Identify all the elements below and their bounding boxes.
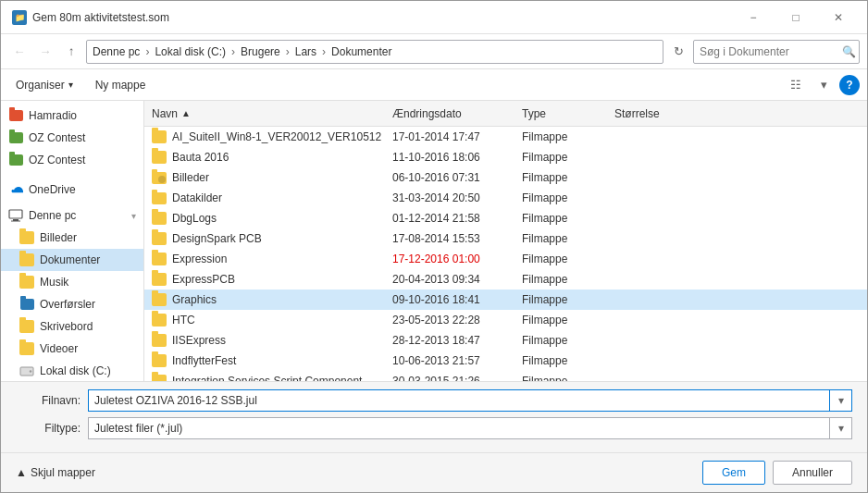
folder-icon xyxy=(152,232,167,245)
sidebar-item-videoer[interactable]: Videoer xyxy=(1,338,143,360)
app-icon: 📁 xyxy=(12,10,27,25)
table-row[interactable]: DbgLogs 01-12-2014 21:58 Filmappe xyxy=(144,208,867,228)
folder-icon xyxy=(152,212,167,225)
close-button[interactable]: ✕ xyxy=(817,4,860,31)
table-row[interactable]: AI_SuiteII_Win8-1_VER20012_VER10512 17-0… xyxy=(144,127,867,147)
table-row[interactable]: IndflytterFest 10-06-2013 21:57 Filmappe xyxy=(144,351,867,371)
file-header: Navn ▲ Ændringsdato Type Størrelse xyxy=(144,101,867,127)
table-row[interactable]: Bauta 2016 11-10-2016 18:06 Filmappe xyxy=(144,147,867,167)
table-row-integration-component[interactable]: Integration Services Script Component 30… xyxy=(144,371,867,381)
sidebar-label-musik: Musik xyxy=(40,276,136,289)
breadcrumb-dokumenter[interactable]: Dokumenter xyxy=(331,45,391,58)
sidebar-item-musik[interactable]: Musik xyxy=(1,271,143,293)
sidebar-label-ozcontest1: OZ Contest xyxy=(29,131,136,144)
cancel-button[interactable]: Annuller xyxy=(773,461,852,485)
maximize-button[interactable]: □ xyxy=(775,4,817,31)
sidebar-label-dennepc: Denne pc xyxy=(29,209,126,222)
svg-rect-0 xyxy=(9,210,22,218)
filename-input-wrap: ▾ xyxy=(88,389,852,412)
sidebar-item-dokumenter[interactable]: Dokumenter xyxy=(1,249,143,271)
refresh-button[interactable]: ↻ xyxy=(667,41,689,63)
filetype-label: Filtype: xyxy=(16,422,81,435)
hide-folders-label: Skjul mapper xyxy=(31,466,95,479)
folder-icon xyxy=(152,130,167,143)
new-folder-label: Ny mappe xyxy=(95,79,146,92)
breadcrumb-sep3: › xyxy=(286,45,290,58)
minimize-button[interactable]: − xyxy=(732,4,775,31)
breadcrumb-brugere[interactable]: Brugere xyxy=(241,45,280,58)
breadcrumb-sep1: › xyxy=(145,45,149,58)
col-header-name[interactable]: Navn ▲ xyxy=(152,107,392,120)
nav-bar: ← → ↑ Denne pc › Lokal disk (C:) › Bruge… xyxy=(1,34,867,69)
sidebar-item-onedrive[interactable]: OneDrive xyxy=(1,179,143,201)
filename-input[interactable] xyxy=(88,389,830,412)
sidebar-item-ozcontest2[interactable]: OZ Contest xyxy=(1,149,143,171)
filename-dropdown-arrow[interactable]: ▾ xyxy=(830,389,852,412)
address-bar[interactable]: Denne pc › Lokal disk (C:) › Brugere › L… xyxy=(86,40,663,64)
save-button[interactable]: Gem xyxy=(702,461,765,485)
col-header-date[interactable]: Ændringsdato xyxy=(392,107,522,120)
col-header-size[interactable]: Størrelse xyxy=(614,107,860,120)
sidebar-label-hamradio: Hamradio xyxy=(29,109,136,122)
hide-folders-button[interactable]: ▲ Skjul mapper xyxy=(16,466,95,479)
sidebar-item-ozcontest1[interactable]: OZ Contest xyxy=(1,127,143,149)
table-row[interactable]: HTC 23-05-2013 22:28 Filmappe xyxy=(144,310,867,330)
table-row[interactable]: Expression 17-12-2016 01:00 Filmappe xyxy=(144,249,867,269)
folder-icon xyxy=(152,375,167,381)
breadcrumb-disk[interactable]: Lokal disk (C:) xyxy=(155,45,226,58)
search-input[interactable] xyxy=(700,45,838,58)
back-button[interactable]: ← xyxy=(8,41,31,63)
sidebar-item-skrivebord[interactable]: Skrivebord xyxy=(1,315,143,338)
breadcrumb-denne-pc[interactable]: Denne pc xyxy=(93,45,140,58)
folder-icon xyxy=(152,273,167,286)
table-row[interactable]: Datakilder 31-03-2014 20:50 Filmappe xyxy=(144,188,867,208)
sidebar-label-dokumenter: Dokumenter xyxy=(40,253,136,266)
window-controls: − □ ✕ xyxy=(732,4,860,31)
breadcrumb-lars[interactable]: Lars xyxy=(295,45,316,58)
sidebar-label-lokaldisk: Lokal disk (C:) xyxy=(40,364,136,377)
window-title: Gem 80m aktivitetstest.som xyxy=(32,11,169,24)
onedrive-icon xyxy=(8,182,23,197)
search-box[interactable]: 🔍 xyxy=(693,40,860,64)
sidebar-label-overforsler: Overførsler xyxy=(40,298,136,311)
new-folder-button[interactable]: Ny mappe xyxy=(88,73,154,97)
up-button[interactable]: ↑ xyxy=(60,41,82,63)
col-header-type[interactable]: Type xyxy=(522,107,614,120)
help-button[interactable]: ? xyxy=(839,75,860,95)
table-row[interactable]: DesignSpark PCB 17-08-2014 15:53 Filmapp… xyxy=(144,228,867,249)
folder-icon xyxy=(152,253,167,265)
sidebar-item-hamradio[interactable]: Hamradio xyxy=(1,105,143,127)
table-row[interactable]: ExpressPCB 20-04-2013 09:34 Filmappe xyxy=(144,269,867,290)
breadcrumb-sep2: › xyxy=(231,45,235,58)
filetype-select[interactable]: Juletest filer (*.jul) xyxy=(88,417,830,439)
table-row-graphics[interactable]: Graphics 09-10-2016 18:41 Filmappe xyxy=(144,290,867,310)
folder-icon-videoer xyxy=(19,341,34,356)
folder-icon xyxy=(152,334,167,347)
sidebar-item-overforsler[interactable]: Overførsler xyxy=(1,293,143,315)
disk-icon-c xyxy=(19,364,34,378)
filetype-dropdown-arrow[interactable]: ▾ xyxy=(830,417,852,439)
view-dropdown-button[interactable]: ▾ xyxy=(812,73,836,97)
sidebar-item-billeder[interactable]: Billeder xyxy=(1,227,143,249)
dennepc-expand: ▾ xyxy=(131,211,136,221)
view-button[interactable]: ☷ xyxy=(784,73,808,97)
sidebar-item-dennepc[interactable]: Denne pc ▾ xyxy=(1,204,143,227)
organize-button[interactable]: Organiser ▾ xyxy=(8,73,81,97)
action-buttons: Gem Annuller xyxy=(702,461,852,485)
folder-icon-green1 xyxy=(8,130,23,145)
sidebar-item-lokaldisk[interactable]: Lokal disk (C:) xyxy=(1,360,143,381)
search-icon: 🔍 xyxy=(842,45,856,58)
pc-icon xyxy=(8,208,23,223)
sort-arrow: ▲ xyxy=(181,108,191,118)
main-area: Hamradio OZ Contest OZ Contest xyxy=(1,101,867,381)
folder-icon xyxy=(152,354,167,367)
folder-icon-billeder xyxy=(19,230,34,245)
svg-point-4 xyxy=(30,370,31,372)
table-row[interactable]: Billeder 06-10-2016 07:31 Filmappe xyxy=(144,167,867,188)
table-row[interactable]: IISExpress 28-12-2013 18:47 Filmappe xyxy=(144,330,867,351)
sidebar-label-onedrive: OneDrive xyxy=(29,183,136,196)
folder-icon xyxy=(152,151,167,164)
toolbar-right: ☷ ▾ ? xyxy=(784,73,860,97)
forward-button[interactable]: → xyxy=(34,41,56,63)
organize-arrow: ▾ xyxy=(68,80,73,90)
